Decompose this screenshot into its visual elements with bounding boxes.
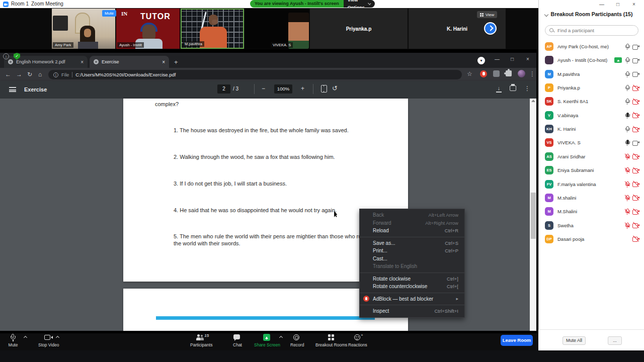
- fit-page-icon[interactable]: [321, 85, 327, 93]
- pdf-scrollbar[interactable]: [530, 99, 536, 331]
- mute-all-button[interactable]: Mute All: [562, 336, 586, 345]
- mute-button[interactable]: Mute: [8, 334, 18, 347]
- view-layout-button[interactable]: View: [477, 11, 497, 18]
- camera-off-icon[interactable]: [632, 154, 639, 159]
- participant-row[interactable]: FVF.mariya valentina: [539, 177, 644, 191]
- adblock-extension-icon[interactable]: [480, 70, 487, 77]
- participant-row[interactable]: SKS. Keerthi 8A1: [539, 95, 644, 108]
- video-tile-mpavithra[interactable]: M.pavithra: [181, 9, 244, 49]
- camera-off-icon[interactable]: [632, 99, 639, 104]
- menu-item-rotate-counterclockwise[interactable]: Rotate counterclockwise Ctrl+[: [360, 283, 464, 291]
- panel-minimize-button[interactable]: —: [599, 2, 604, 7]
- extension-icon[interactable]: [493, 70, 500, 77]
- extensions-puzzle-icon[interactable]: [506, 70, 512, 76]
- participant-row[interactable]: MM.Shalini: [539, 205, 644, 218]
- menu-item-adblock[interactable]: AdBlock — best ad blocker ▸: [360, 295, 464, 303]
- share-screen-button[interactable]: Share Screen: [254, 334, 280, 347]
- tile-mute-button[interactable]: Mute: [102, 10, 116, 17]
- panel-close-button[interactable]: ×: [632, 2, 635, 7]
- home-icon[interactable]: ⌂: [38, 71, 42, 78]
- menu-item-print[interactable]: Print... Ctrl+P: [360, 247, 464, 255]
- participant-row[interactable]: MM.pavithra: [539, 67, 644, 81]
- camera-off-icon[interactable]: [632, 168, 639, 173]
- camera-off-icon[interactable]: [632, 85, 639, 90]
- menu-item-rotate-clockwise[interactable]: Rotate clockwise Ctrl+]: [360, 275, 464, 283]
- participant-row[interactable]: ESEniya Subramani: [539, 163, 644, 177]
- menu-item-inspect[interactable]: Inspect Ctrl+Shift+I: [360, 307, 464, 315]
- mic-icon[interactable]: [625, 112, 629, 119]
- camera-off-icon[interactable]: [632, 195, 639, 200]
- print-icon[interactable]: [510, 85, 516, 91]
- panel-more-button[interactable]: ...: [608, 336, 622, 345]
- camera-off-icon[interactable]: [632, 209, 639, 214]
- participant-row[interactable]: Ayush - Instilt (Co-host): [539, 53, 644, 67]
- participant-row[interactable]: VSVIVEKA. S: [539, 136, 644, 149]
- stop-video-button[interactable]: Stop Video: [38, 334, 59, 347]
- tab-close-icon[interactable]: ×: [162, 59, 165, 65]
- camera-off-icon[interactable]: [632, 182, 639, 187]
- tab-close-icon[interactable]: ×: [80, 59, 84, 65]
- camera-off-icon[interactable]: [632, 236, 639, 241]
- minimize-button[interactable]: —: [495, 56, 500, 62]
- mic-muted-icon[interactable]: [625, 195, 629, 201]
- participant-row[interactable]: KHK. Harini: [539, 122, 644, 136]
- participant-row[interactable]: VV.abinaya: [539, 109, 644, 122]
- mic-icon[interactable]: [625, 43, 629, 50]
- media-controls-button[interactable]: ▾: [477, 57, 485, 64]
- new-tab-button[interactable]: +: [174, 58, 178, 66]
- maximize-button[interactable]: □: [511, 56, 514, 62]
- mic-icon[interactable]: [625, 84, 629, 91]
- camera-off-icon[interactable]: [632, 113, 639, 118]
- breakout-rooms-button[interactable]: Breakout Rooms: [315, 334, 347, 347]
- reload-icon[interactable]: ↻: [27, 71, 32, 78]
- zoom-in-button[interactable]: +: [301, 85, 304, 92]
- participants-button[interactable]: 15 Participants: [190, 334, 212, 347]
- download-icon[interactable]: ↓: [496, 85, 502, 92]
- participant-row[interactable]: ASArani Sridhar: [539, 150, 644, 163]
- page-number-input[interactable]: 2: [217, 84, 230, 94]
- scrollbar-thumb[interactable]: [531, 193, 536, 239]
- camera-icon[interactable]: [632, 71, 639, 76]
- tab-exercise[interactable]: Exercise ×: [90, 56, 169, 68]
- menu-item-reload[interactable]: Reload Ctrl+R: [360, 227, 464, 235]
- mic-icon[interactable]: [625, 139, 629, 146]
- mic-muted-icon[interactable]: [625, 208, 629, 215]
- camera-off-icon[interactable]: [632, 223, 639, 228]
- participant-row[interactable]: APAmy Park (Co-host, me): [539, 40, 644, 53]
- menu-item-save-as[interactable]: Save as... Ctrl+S: [360, 239, 464, 247]
- mic-muted-icon[interactable]: [625, 222, 629, 229]
- pdf-more-icon[interactable]: ⋮: [524, 85, 530, 92]
- zoom-level-value[interactable]: 100%: [274, 84, 292, 94]
- info-indicator-icon[interactable]: i: [3, 53, 9, 59]
- camera-icon[interactable]: [632, 44, 639, 49]
- camera-off-icon[interactable]: [632, 127, 639, 132]
- chat-button[interactable]: Chat: [232, 334, 243, 347]
- next-participants-button[interactable]: [484, 22, 497, 35]
- camera-icon[interactable]: [632, 58, 639, 63]
- participant-search[interactable]: [545, 25, 638, 36]
- mic-icon[interactable]: [625, 98, 629, 105]
- rotate-page-icon[interactable]: ↺: [332, 84, 338, 92]
- close-button[interactable]: ×: [526, 56, 529, 62]
- menu-item-cast[interactable]: Cast...: [360, 255, 464, 263]
- participant-row[interactable]: DPDasari pooja: [539, 232, 644, 246]
- panel-restore-button[interactable]: □: [616, 2, 619, 7]
- browser-menu-icon[interactable]: ⋮: [529, 70, 535, 77]
- mic-muted-icon[interactable]: [625, 181, 629, 188]
- bookmark-star-icon[interactable]: ☆: [467, 70, 472, 77]
- video-tile-priyanka[interactable]: Priyanka.p: [310, 9, 408, 49]
- mic-icon[interactable]: [625, 126, 629, 132]
- video-tile-viveka[interactable]: VIVEKA. S: [245, 9, 309, 49]
- record-button[interactable]: Record: [290, 334, 304, 347]
- leave-room-button[interactable]: Leave Room: [501, 335, 533, 346]
- forward-icon[interactable]: →: [16, 71, 22, 78]
- profile-avatar[interactable]: [518, 70, 525, 77]
- mic-muted-icon[interactable]: [625, 167, 629, 173]
- view-options-button[interactable]: View Options: [344, 0, 375, 8]
- pdf-menu-icon[interactable]: [9, 87, 16, 92]
- site-info-icon[interactable]: i: [53, 72, 58, 77]
- mic-icon[interactable]: [625, 57, 629, 63]
- scroll-up-icon[interactable]: [531, 100, 535, 102]
- mic-muted-icon[interactable]: [625, 153, 629, 160]
- search-input[interactable]: [557, 28, 628, 33]
